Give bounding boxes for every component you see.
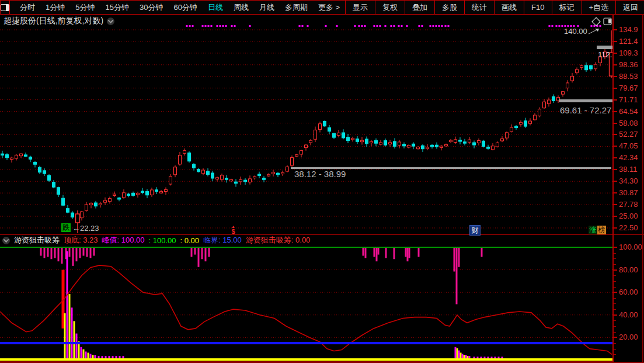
indicator-axis-label: 20.00 xyxy=(619,333,638,341)
axis-tick xyxy=(614,247,617,248)
main-candlestick-chart[interactable] xyxy=(0,15,613,235)
indicator-header: 游资狙击吸筹 顶底: 3.23峰值: 100.00: 100.00: 0.00临… xyxy=(0,235,615,246)
right-frame-border xyxy=(642,15,643,363)
axis-tick xyxy=(614,314,617,316)
axis-tick xyxy=(614,181,617,182)
menu-period-1[interactable]: 1分钟 xyxy=(40,2,70,13)
menu-tool-5[interactable]: 画线 xyxy=(494,1,524,14)
price-axis-label: 134.9 xyxy=(619,25,638,34)
price-axis-label: 58.08 xyxy=(619,119,638,127)
low-price-annotation: ←22.23 xyxy=(72,224,99,233)
dollar-icon: $ xyxy=(231,228,235,235)
rank-badge: 榜 xyxy=(597,226,606,234)
axis-tick xyxy=(614,123,617,124)
dollar-marker: ▲$ xyxy=(231,224,235,234)
axis-minor-tick xyxy=(614,332,616,333)
indicator-field-1: 峰值: 100.00 xyxy=(102,235,145,246)
zone3-price-label: 38.12 - 38.99 xyxy=(294,169,346,179)
axis-tick xyxy=(614,76,617,77)
axis-minor-tick xyxy=(614,343,616,344)
zone2-price-label: 69.61 - 72.27 xyxy=(560,105,611,115)
indicator-value-axis: 100.0080.0060.0040.0020.00 xyxy=(614,235,644,363)
price-axis-label: 64.54 xyxy=(619,107,638,116)
menu-period-8[interactable]: 月线 xyxy=(254,2,280,13)
indicator-field-4: 临界: 15.00 xyxy=(203,235,242,246)
indicator-axis-label: 60.00 xyxy=(619,288,638,296)
price-axis-label: 121.4 xyxy=(619,37,638,46)
axis-tick xyxy=(614,337,617,338)
axis-tick xyxy=(614,29,617,30)
menu-period-5[interactable]: 60分钟 xyxy=(168,2,202,13)
axis-minor-tick xyxy=(614,253,616,254)
indicator-field-0: 顶底: 3.23 xyxy=(64,235,98,246)
axis-tick xyxy=(614,192,617,193)
price-axis-label: 109.3 xyxy=(619,49,638,57)
menu-tool-0[interactable]: 显示 xyxy=(345,1,375,14)
axis-minor-tick xyxy=(614,258,616,259)
price-axis-label: 42.34 xyxy=(619,153,638,162)
menu-tool-6[interactable]: F10 xyxy=(524,1,551,14)
menu-period-2[interactable]: 5分钟 xyxy=(70,2,100,13)
axis-tick xyxy=(614,64,617,65)
menu-tool-7[interactable]: 标记 xyxy=(552,1,582,14)
menu-period-4[interactable]: 30分钟 xyxy=(134,2,168,13)
menu-period-0[interactable]: 分时 xyxy=(15,2,40,13)
indicator-field-3: : 0.00 xyxy=(180,236,200,245)
price-axis-label: 34.30 xyxy=(619,177,638,185)
window-panel-icon[interactable] xyxy=(0,1,10,14)
drop-badge: 跌 xyxy=(61,223,71,232)
price-axis-label: 27.78 xyxy=(619,200,638,209)
indicator-axis-label: 40.00 xyxy=(619,310,638,319)
menu-period-9[interactable]: 多周期 xyxy=(280,2,313,13)
menu-tool-9[interactable]: 返回 xyxy=(615,1,644,14)
axis-minor-tick xyxy=(614,264,616,265)
menu-period-3[interactable]: 15分钟 xyxy=(100,2,134,13)
top-menubar: 分时1分钟5分钟15分钟30分钟60分钟日线周线月线多周期更多 > 显示复权叠加… xyxy=(0,0,644,15)
price-axis-label: 98.36 xyxy=(619,60,638,69)
axis-minor-tick xyxy=(614,349,616,350)
axis-tick xyxy=(614,146,617,147)
axis-tick xyxy=(614,292,617,293)
finance-badge: 财 xyxy=(469,225,481,236)
axis-tick xyxy=(614,227,617,229)
indicator-axis-label: 100.00 xyxy=(619,243,642,251)
axis-tick xyxy=(614,88,617,89)
price-axis-label: 52.27 xyxy=(619,130,638,139)
indicator-collapse-icon[interactable] xyxy=(2,237,10,244)
axis-minor-tick xyxy=(614,275,616,276)
main-price-axis: 134.9121.4109.398.3688.5379.6771.7164.54… xyxy=(614,15,644,234)
price-axis-label: 30.87 xyxy=(619,188,638,197)
axis-tick xyxy=(614,111,617,112)
axis-tick xyxy=(614,99,617,101)
axis-minor-tick xyxy=(614,287,616,288)
price-axis-label: 38.11 xyxy=(619,165,638,174)
split-window-icon xyxy=(1,4,9,11)
axis-minor-tick xyxy=(614,309,616,310)
rise-rank-badge: 涨 榜 xyxy=(589,226,606,234)
price-axis-label: 22.50 xyxy=(619,223,638,232)
menu-tool-1[interactable]: 复权 xyxy=(375,1,405,14)
axis-tick xyxy=(614,216,617,217)
axis-minor-tick xyxy=(614,354,616,355)
trading-app-window: 分时1分钟5分钟15分钟30分钟60分钟日线周线月线多周期更多 > 显示复权叠加… xyxy=(0,0,644,363)
title-collapse-icon[interactable] xyxy=(107,18,114,25)
diamond-marker-icon xyxy=(592,18,600,26)
menu-period-6[interactable]: 日线 xyxy=(203,2,228,13)
price-axis-label: 79.67 xyxy=(619,84,638,92)
menu-tool-3[interactable]: 多股 xyxy=(434,1,464,14)
indicator-chart[interactable] xyxy=(0,246,613,362)
menu-tool-4[interactable]: 统计 xyxy=(464,1,494,14)
axis-tick xyxy=(614,41,617,42)
menu-tool-8[interactable]: +自选 xyxy=(582,1,616,14)
menu-tool-2[interactable]: 叠加 xyxy=(405,1,434,14)
menu-period-10[interactable]: 更多 > xyxy=(313,2,345,13)
axis-tick xyxy=(614,53,617,54)
axis-minor-tick xyxy=(614,281,616,282)
price-axis-label: 25.00 xyxy=(619,212,638,220)
menu-period-7[interactable]: 周线 xyxy=(228,2,254,13)
zone1-price-label: 112. xyxy=(598,50,612,59)
indicator-name: 游资狙击吸筹 xyxy=(14,235,60,246)
indicator-field-5: 游资狙击吸筹: 0.00 xyxy=(246,235,311,246)
tool-menu: 显示复权叠加多股统计画线F10标记+自选返回 xyxy=(345,1,644,14)
axis-tick xyxy=(614,157,617,158)
